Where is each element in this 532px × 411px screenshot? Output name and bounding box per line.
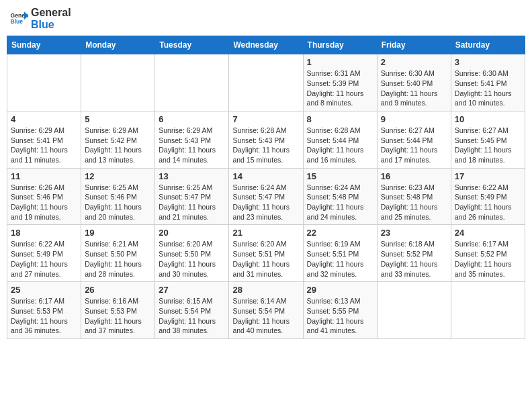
day-info: Sunrise: 6:28 AMSunset: 5:43 PMDaylight:… bbox=[232, 126, 299, 165]
day-info: Sunrise: 6:24 AMSunset: 5:48 PMDaylight:… bbox=[307, 183, 373, 222]
day-info: Sunrise: 6:29 AMSunset: 5:43 PMDaylight:… bbox=[159, 126, 225, 165]
weekday-header-friday: Friday bbox=[377, 36, 451, 54]
weekday-header-tuesday: Tuesday bbox=[155, 36, 229, 54]
day-cell: 3Sunrise: 6:30 AMSunset: 5:41 PMDaylight… bbox=[451, 54, 525, 111]
week-row-5: 25Sunrise: 6:17 AMSunset: 5:53 PMDayligh… bbox=[7, 282, 525, 339]
day-info: Sunrise: 6:29 AMSunset: 5:42 PMDaylight:… bbox=[85, 126, 151, 165]
day-number: 12 bbox=[85, 171, 151, 181]
day-info: Sunrise: 6:24 AMSunset: 5:47 PMDaylight:… bbox=[232, 183, 299, 222]
calendar-table: SundayMondayTuesdayWednesdayThursdayFrid… bbox=[7, 36, 525, 339]
week-row-4: 18Sunrise: 6:22 AMSunset: 5:49 PMDayligh… bbox=[7, 225, 525, 282]
day-number: 22 bbox=[307, 228, 373, 238]
day-number: 27 bbox=[159, 285, 225, 295]
day-info: Sunrise: 6:28 AMSunset: 5:44 PMDaylight:… bbox=[307, 126, 373, 165]
weekday-header-wednesday: Wednesday bbox=[229, 36, 303, 54]
week-row-1: 1Sunrise: 6:31 AMSunset: 5:39 PMDaylight… bbox=[7, 54, 525, 111]
day-cell: 11Sunrise: 6:26 AMSunset: 5:46 PMDayligh… bbox=[7, 168, 81, 225]
day-cell bbox=[229, 54, 303, 111]
day-info: Sunrise: 6:18 AMSunset: 5:52 PMDaylight:… bbox=[381, 239, 447, 279]
day-info: Sunrise: 6:21 AMSunset: 5:50 PMDaylight:… bbox=[85, 239, 151, 279]
day-info: Sunrise: 6:25 AMSunset: 5:46 PMDaylight:… bbox=[85, 183, 151, 222]
day-info: Sunrise: 6:20 AMSunset: 5:51 PMDaylight:… bbox=[232, 239, 299, 279]
day-number: 28 bbox=[232, 285, 299, 295]
day-number: 18 bbox=[11, 228, 77, 238]
day-number: 15 bbox=[307, 171, 373, 181]
day-number: 17 bbox=[455, 171, 521, 181]
day-cell: 29Sunrise: 6:13 AMSunset: 5:55 PMDayligh… bbox=[303, 282, 377, 339]
day-cell: 9Sunrise: 6:27 AMSunset: 5:44 PMDaylight… bbox=[377, 111, 451, 168]
weekday-header-thursday: Thursday bbox=[303, 36, 377, 54]
day-number: 10 bbox=[455, 114, 521, 124]
day-cell: 4Sunrise: 6:29 AMSunset: 5:41 PMDaylight… bbox=[7, 111, 81, 168]
day-number: 23 bbox=[381, 228, 447, 238]
day-info: Sunrise: 6:27 AMSunset: 5:45 PMDaylight:… bbox=[455, 126, 521, 165]
day-number: 13 bbox=[159, 171, 225, 181]
day-cell bbox=[7, 54, 81, 111]
day-cell bbox=[451, 282, 525, 339]
day-cell bbox=[81, 54, 155, 111]
day-info: Sunrise: 6:13 AMSunset: 5:55 PMDaylight:… bbox=[307, 296, 373, 336]
day-cell bbox=[377, 282, 451, 339]
day-info: Sunrise: 6:17 AMSunset: 5:53 PMDaylight:… bbox=[11, 296, 77, 336]
day-cell: 24Sunrise: 6:17 AMSunset: 5:52 PMDayligh… bbox=[451, 225, 525, 282]
logo-icon: General Blue bbox=[9, 9, 28, 28]
day-cell: 25Sunrise: 6:17 AMSunset: 5:53 PMDayligh… bbox=[7, 282, 81, 339]
day-info: Sunrise: 6:22 AMSunset: 5:49 PMDaylight:… bbox=[11, 239, 77, 279]
day-cell: 19Sunrise: 6:21 AMSunset: 5:50 PMDayligh… bbox=[81, 225, 155, 282]
day-number: 1 bbox=[307, 57, 373, 67]
day-cell: 10Sunrise: 6:27 AMSunset: 5:45 PMDayligh… bbox=[451, 111, 525, 168]
day-number: 8 bbox=[307, 114, 373, 124]
day-number: 6 bbox=[159, 114, 225, 124]
day-info: Sunrise: 6:27 AMSunset: 5:44 PMDaylight:… bbox=[381, 126, 447, 165]
day-number: 25 bbox=[11, 285, 77, 295]
day-cell: 28Sunrise: 6:14 AMSunset: 5:54 PMDayligh… bbox=[229, 282, 303, 339]
day-number: 21 bbox=[232, 228, 299, 238]
svg-text:Blue: Blue bbox=[11, 18, 24, 25]
day-cell: 8Sunrise: 6:28 AMSunset: 5:44 PMDaylight… bbox=[303, 111, 377, 168]
day-cell: 7Sunrise: 6:28 AMSunset: 5:43 PMDaylight… bbox=[229, 111, 303, 168]
day-info: Sunrise: 6:31 AMSunset: 5:39 PMDaylight:… bbox=[307, 68, 373, 108]
day-cell: 1Sunrise: 6:31 AMSunset: 5:39 PMDaylight… bbox=[303, 54, 377, 111]
day-number: 16 bbox=[381, 171, 447, 181]
day-info: Sunrise: 6:25 AMSunset: 5:47 PMDaylight:… bbox=[159, 183, 225, 222]
day-cell: 20Sunrise: 6:20 AMSunset: 5:50 PMDayligh… bbox=[155, 225, 229, 282]
day-cell: 16Sunrise: 6:23 AMSunset: 5:48 PMDayligh… bbox=[377, 168, 451, 225]
day-info: Sunrise: 6:15 AMSunset: 5:54 PMDaylight:… bbox=[159, 296, 225, 336]
day-number: 4 bbox=[11, 114, 77, 124]
day-cell: 6Sunrise: 6:29 AMSunset: 5:43 PMDaylight… bbox=[155, 111, 229, 168]
day-number: 14 bbox=[232, 171, 299, 181]
day-cell: 12Sunrise: 6:25 AMSunset: 5:46 PMDayligh… bbox=[81, 168, 155, 225]
week-row-2: 4Sunrise: 6:29 AMSunset: 5:41 PMDaylight… bbox=[7, 111, 525, 168]
day-cell bbox=[155, 54, 229, 111]
day-info: Sunrise: 6:23 AMSunset: 5:48 PMDaylight:… bbox=[381, 183, 447, 222]
day-info: Sunrise: 6:30 AMSunset: 5:40 PMDaylight:… bbox=[381, 68, 447, 108]
day-cell: 22Sunrise: 6:19 AMSunset: 5:51 PMDayligh… bbox=[303, 225, 377, 282]
day-number: 3 bbox=[455, 57, 521, 67]
day-info: Sunrise: 6:30 AMSunset: 5:41 PMDaylight:… bbox=[455, 68, 521, 108]
day-cell: 2Sunrise: 6:30 AMSunset: 5:40 PMDaylight… bbox=[377, 54, 451, 111]
day-info: Sunrise: 6:17 AMSunset: 5:52 PMDaylight:… bbox=[455, 239, 521, 279]
day-cell: 27Sunrise: 6:15 AMSunset: 5:54 PMDayligh… bbox=[155, 282, 229, 339]
day-number: 24 bbox=[455, 228, 521, 238]
day-cell: 23Sunrise: 6:18 AMSunset: 5:52 PMDayligh… bbox=[377, 225, 451, 282]
page-header: General Blue GeneralBlue bbox=[7, 7, 525, 30]
day-cell: 26Sunrise: 6:16 AMSunset: 5:53 PMDayligh… bbox=[81, 282, 155, 339]
day-number: 5 bbox=[85, 114, 151, 124]
day-number: 11 bbox=[11, 171, 77, 181]
weekday-header-saturday: Saturday bbox=[451, 36, 525, 54]
day-info: Sunrise: 6:26 AMSunset: 5:46 PMDaylight:… bbox=[11, 183, 77, 222]
day-number: 7 bbox=[232, 114, 299, 124]
day-cell: 14Sunrise: 6:24 AMSunset: 5:47 PMDayligh… bbox=[229, 168, 303, 225]
day-cell: 17Sunrise: 6:22 AMSunset: 5:49 PMDayligh… bbox=[451, 168, 525, 225]
day-cell: 13Sunrise: 6:25 AMSunset: 5:47 PMDayligh… bbox=[155, 168, 229, 225]
weekday-header-row: SundayMondayTuesdayWednesdayThursdayFrid… bbox=[7, 36, 525, 54]
weekday-header-monday: Monday bbox=[81, 36, 155, 54]
day-number: 20 bbox=[159, 228, 225, 238]
day-number: 2 bbox=[381, 57, 447, 67]
day-number: 26 bbox=[85, 285, 151, 295]
day-cell: 21Sunrise: 6:20 AMSunset: 5:51 PMDayligh… bbox=[229, 225, 303, 282]
day-number: 29 bbox=[307, 285, 373, 295]
day-number: 19 bbox=[85, 228, 151, 238]
day-cell: 5Sunrise: 6:29 AMSunset: 5:42 PMDaylight… bbox=[81, 111, 155, 168]
weekday-header-sunday: Sunday bbox=[7, 36, 81, 54]
